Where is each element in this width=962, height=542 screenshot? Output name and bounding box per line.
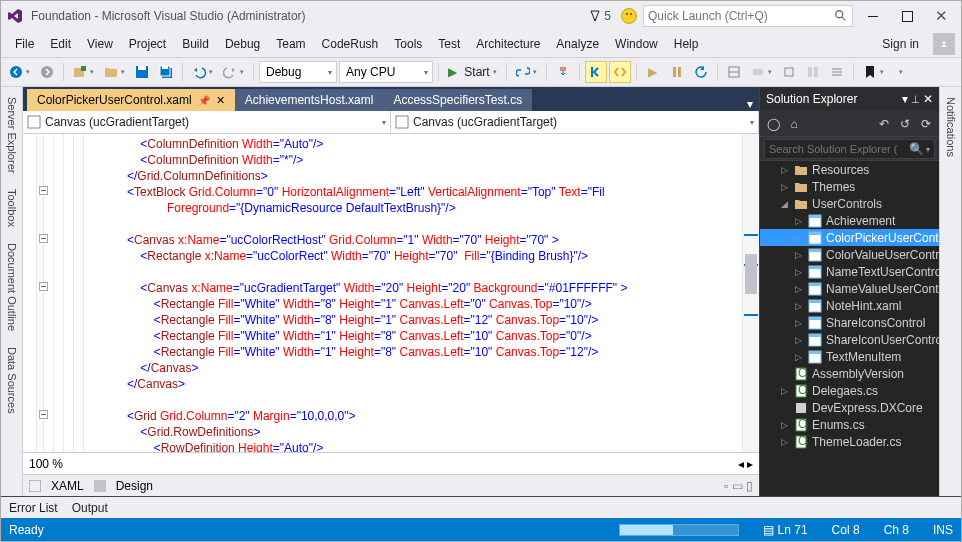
sol-collapse-icon[interactable]: ↶ (875, 115, 893, 133)
tab-notifications[interactable]: Notifications (943, 91, 959, 163)
tree-node[interactable]: ▷NameValueUserControl (760, 280, 939, 297)
search-icon: 🔍 (909, 142, 924, 156)
tab-document-outline[interactable]: Document Outline (4, 237, 20, 337)
menu-team[interactable]: Team (268, 33, 313, 55)
menu-analyze[interactable]: Analyze (548, 33, 607, 55)
avatar-icon[interactable] (933, 33, 955, 55)
minimize-button[interactable] (859, 5, 887, 27)
marker-prev-button[interactable] (585, 61, 607, 83)
panel-menu-icon[interactable]: ▾ (902, 92, 908, 106)
menu-window[interactable]: Window (607, 33, 666, 55)
tb-g1[interactable] (723, 61, 745, 83)
tree-node[interactable]: ▷ShareIconUserControl (760, 331, 939, 348)
sol-sync-icon[interactable]: ↺ (896, 115, 914, 133)
pin-icon[interactable]: ⟂ (912, 92, 919, 106)
save-all-button[interactable] (155, 61, 177, 83)
zoom-combo[interactable]: 100 % (29, 457, 63, 471)
sol-refresh-icon[interactable]: ⟳ (917, 115, 935, 133)
menu-view[interactable]: View (79, 33, 121, 55)
new-project-button[interactable]: ▾ (69, 61, 98, 83)
tree-node[interactable]: ▷C#ThemeLoader.cs (760, 433, 939, 450)
tb-g3[interactable] (778, 61, 800, 83)
tree-node[interactable]: ▷C#Delegaes.cs (760, 382, 939, 399)
tab-output[interactable]: Output (72, 501, 108, 515)
tb-g4[interactable] (802, 61, 824, 83)
save-button[interactable] (131, 61, 153, 83)
undo-button[interactable]: ▾ (188, 61, 217, 83)
tree-node[interactable]: ◢UserControls (760, 195, 939, 212)
tree-node[interactable]: ▷ColorPickerUserControl.xaml (760, 229, 939, 246)
maximize-button[interactable] (893, 5, 921, 27)
config-combo[interactable]: Debug (259, 61, 337, 83)
tab-server-explorer[interactable]: Server Explorer (4, 91, 20, 179)
refresh-button[interactable] (690, 61, 712, 83)
close-icon[interactable]: ✕ (923, 92, 933, 106)
menu-tools[interactable]: Tools (386, 33, 430, 55)
solution-search[interactable]: 🔍▾ (760, 137, 939, 161)
step-button[interactable] (552, 61, 574, 83)
status-col: Col 8 (832, 523, 860, 537)
nav-fwd-button[interactable] (36, 61, 58, 83)
code-editor[interactable]: <ColumnDefinition Width="Auto"/> <Column… (23, 134, 759, 452)
solution-search-input[interactable] (769, 143, 909, 155)
nav-back-button[interactable]: ▾ (5, 61, 34, 83)
tab-data-sources[interactable]: Data Sources (4, 341, 20, 420)
menu-architecture[interactable]: Architecture (468, 33, 548, 55)
tree-node[interactable]: C#AssemblyVersion (760, 365, 939, 382)
marker-center-button[interactable] (609, 61, 631, 83)
sign-in-link[interactable]: Sign in (874, 33, 927, 55)
tab-dropdown-icon[interactable]: ▾ (747, 97, 753, 111)
notifications-button[interactable]: 5 (585, 9, 615, 23)
menu-debug[interactable]: Debug (217, 33, 268, 55)
doc-tab[interactable]: AccessSpecifiersTest.cs (383, 89, 532, 111)
doc-tab-active[interactable]: ColorPickerUserControl.xaml📌✕ (27, 89, 235, 111)
toolbar-options-button[interactable]: ▾ (890, 61, 912, 83)
sol-home-icon[interactable]: ⌂ (785, 115, 803, 133)
tree-node[interactable]: ▷ColorValueUserControl (760, 246, 939, 263)
quick-launch-input[interactable] (648, 9, 834, 23)
nav-member-combo[interactable]: Canvas (ucGradientTarget) (391, 111, 759, 133)
open-button[interactable]: ▾ (100, 61, 129, 83)
feedback-icon[interactable] (621, 8, 637, 24)
pause-button[interactable] (666, 61, 688, 83)
close-icon[interactable]: ✕ (216, 94, 225, 107)
tab-xaml[interactable]: XAML (51, 479, 84, 493)
tab-toolbox[interactable]: Toolbox (4, 183, 20, 233)
menu-coderush[interactable]: CodeRush (314, 33, 387, 55)
tree-node[interactable]: ▷Themes (760, 178, 939, 195)
tree-node[interactable]: ▷Resources (760, 161, 939, 178)
tree-node[interactable]: DevExpress.DXCore (760, 399, 939, 416)
platform-combo[interactable]: Any CPU (339, 61, 433, 83)
pin-icon[interactable]: 📌 (198, 95, 210, 106)
play2-button[interactable]: ▶ (642, 61, 664, 83)
tb-g2[interactable]: ▾ (747, 61, 776, 83)
nav-scope-combo[interactable]: Canvas (ucGradientTarget) (23, 111, 391, 133)
redo-button[interactable]: ▾ (219, 61, 248, 83)
tab-design[interactable]: Design (116, 479, 153, 493)
tree-node[interactable]: ▷NoteHint.xaml (760, 297, 939, 314)
menu-test[interactable]: Test (430, 33, 468, 55)
tree-node[interactable]: ▷NameTextUserControl (760, 263, 939, 280)
tree-node[interactable]: ▷Achievement (760, 212, 939, 229)
menu-project[interactable]: Project (121, 33, 174, 55)
tree-node[interactable]: ▷ShareIconsControl (760, 314, 939, 331)
doc-tab[interactable]: AchievementsHost.xaml (235, 89, 384, 111)
svg-rect-51 (796, 403, 806, 413)
browser-link-button[interactable]: ▾ (512, 61, 541, 83)
close-button[interactable]: ✕ (927, 5, 955, 27)
bookmark-button[interactable]: ▾ (859, 61, 888, 83)
start-button[interactable]: ▶ Start▾ (444, 61, 501, 83)
tab-error-list[interactable]: Error List (9, 501, 58, 515)
menu-help[interactable]: Help (666, 33, 707, 55)
menu-edit[interactable]: Edit (42, 33, 79, 55)
menu-file[interactable]: File (7, 33, 42, 55)
vertical-scrollbar[interactable] (742, 134, 759, 452)
quick-launch[interactable] (643, 5, 853, 27)
solution-tree[interactable]: ▷Resources▷Themes◢UserControls▷Achieveme… (760, 161, 939, 496)
tb-g5[interactable] (826, 61, 848, 83)
svg-rect-12 (560, 67, 566, 71)
tree-node[interactable]: ▷TextMenuItem (760, 348, 939, 365)
tree-node[interactable]: ▷C#Enums.cs (760, 416, 939, 433)
menu-build[interactable]: Build (174, 33, 217, 55)
sol-back-icon[interactable]: ◯ (764, 115, 782, 133)
